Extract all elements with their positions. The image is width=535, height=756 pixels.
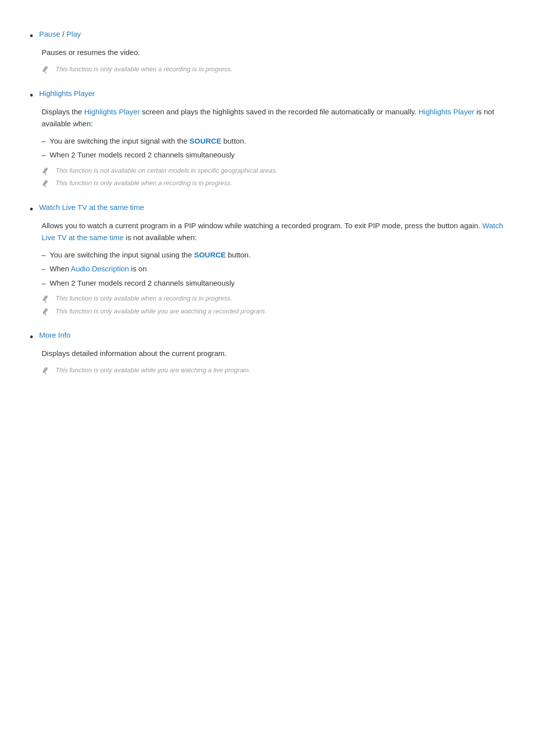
bullet-dot: • (30, 331, 33, 343)
watch-live-tv-note-text-2: This function is only available while yo… (55, 306, 267, 316)
pause-link[interactable]: Pause (39, 30, 60, 38)
note-icon (42, 179, 51, 188)
highlights-note-1: This function is not available on certai… (42, 166, 505, 176)
list-item-highlights-player: • Highlights Player Displays the Highlig… (30, 89, 505, 188)
bullet-dot: • (30, 89, 33, 101)
highlights-heading: Highlights Player (39, 89, 95, 98)
dash: – (42, 263, 46, 275)
watch-live-tv-note-2: This function is only available while yo… (42, 306, 505, 316)
more-info-desc: Displays detailed information about the … (42, 348, 505, 359)
watch-live-tv-note-text-1: This function is only available when a r… (55, 294, 232, 303)
svg-point-2 (45, 186, 47, 188)
list-item-more-info: • More Info Displays detailed informatio… (30, 331, 505, 375)
pause-play-note-text-1: This function is only available when a r… (55, 64, 232, 74)
dash: – (42, 136, 46, 147)
more-info-body: Displays detailed information about the … (42, 348, 505, 375)
highlights-sub-text-1: You are switching the input signal with … (50, 136, 246, 147)
watch-live-tv-note-1: This function is only available when a r… (42, 294, 505, 303)
source-link-1[interactable]: SOURCE (189, 137, 221, 145)
svg-point-3 (45, 302, 47, 303)
highlights-sub-item-2: – When 2 Tuner models record 2 channels … (42, 150, 505, 161)
more-info-heading: More Info (39, 331, 70, 339)
watch-live-tv-sub-list: – You are switching the input signal usi… (42, 250, 505, 289)
highlights-player-desc: Displays the Highlights Player screen an… (42, 106, 505, 130)
highlights-player-inline-link[interactable]: Highlights Player (84, 107, 140, 116)
source-link-2[interactable]: SOURCE (194, 251, 226, 259)
note-icon (42, 294, 51, 303)
watch-live-tv-sub-item-3: – When 2 Tuner models record 2 channels … (42, 278, 505, 289)
watch-live-tv-desc: Allows you to watch a current program in… (42, 220, 505, 244)
more-info-link[interactable]: More Info (39, 331, 70, 339)
main-content: • Pause / Play Pauses or resumes the vid… (30, 20, 505, 400)
dash: – (42, 278, 46, 289)
svg-point-0 (45, 72, 47, 74)
highlights-player-link[interactable]: Highlights Player (39, 89, 95, 98)
watch-live-tv-link[interactable]: Watch Live TV at the same time (39, 203, 144, 211)
pause-play-body: Pauses or resumes the video. This functi… (42, 47, 505, 74)
highlights-note-2: This function is only available when a r… (42, 178, 505, 188)
highlights-note-text-2: This function is only available when a r… (55, 178, 232, 188)
bullet-dot: • (30, 30, 33, 42)
note-icon (42, 366, 51, 375)
highlights-player-inline-link-2[interactable]: Highlights Player (419, 107, 475, 116)
highlights-note-text-1: This function is not available on certai… (55, 166, 277, 176)
watch-live-tv-sub-item-1: – You are switching the input signal usi… (42, 250, 505, 261)
pause-play-note-1: This function is only available when a r… (42, 64, 505, 74)
highlights-sub-item-1: – You are switching the input signal wit… (42, 136, 505, 147)
dash: – (42, 150, 46, 161)
watch-live-tv-heading: Watch Live TV at the same time (39, 203, 144, 211)
svg-point-5 (45, 373, 47, 375)
watch-live-tv-sub-item-2: – When Audio Description is on (42, 263, 505, 275)
svg-point-1 (45, 173, 47, 175)
feature-list: • Pause / Play Pauses or resumes the vid… (30, 30, 505, 375)
list-item-pause-play: • Pause / Play Pauses or resumes the vid… (30, 30, 505, 74)
highlights-sub-text-2: When 2 Tuner models record 2 channels si… (50, 150, 235, 161)
pause-play-heading: Pause / Play (39, 30, 81, 38)
separator: / (62, 30, 66, 38)
watch-live-tv-sub-text-2: When Audio Description is on (50, 263, 147, 275)
svg-point-4 (45, 314, 47, 315)
note-icon (42, 65, 51, 74)
watch-live-tv-sub-text-3: When 2 Tuner models record 2 channels si… (50, 278, 235, 289)
watch-live-tv-body: Allows you to watch a current program in… (42, 220, 505, 316)
note-icon (42, 166, 51, 175)
list-item-watch-live-tv: • Watch Live TV at the same time Allows … (30, 203, 505, 316)
audio-description-link[interactable]: Audio Description (71, 264, 129, 273)
highlights-sub-list: – You are switching the input signal wit… (42, 136, 505, 161)
more-info-note-text-1: This function is only available while yo… (55, 365, 251, 375)
bullet-dot: • (30, 203, 33, 215)
highlights-player-body: Displays the Highlights Player screen an… (42, 106, 505, 188)
pause-play-desc: Pauses or resumes the video. (42, 47, 505, 58)
watch-live-tv-sub-text-1: You are switching the input signal using… (50, 250, 251, 261)
more-info-note-1: This function is only available while yo… (42, 365, 505, 375)
note-icon (42, 307, 51, 316)
watch-live-tv-inline-link[interactable]: Watch Live TV at the same time (42, 221, 503, 242)
play-link[interactable]: Play (66, 30, 81, 38)
dash: – (42, 250, 46, 261)
